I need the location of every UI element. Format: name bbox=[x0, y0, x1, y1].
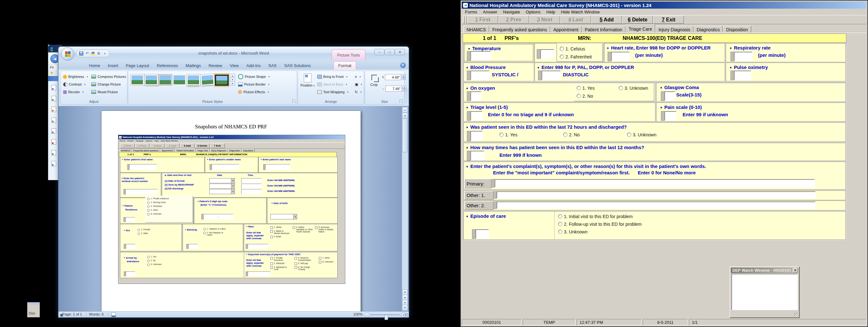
embedded-screenshot[interactable]: ➔ National Hospital Ambulatory Medical C… bbox=[118, 135, 345, 284]
reset-picture-button[interactable]: Reset Picture bbox=[91, 89, 118, 95]
qat-more-icon[interactable]: ▾ bbox=[103, 52, 107, 56]
nav-button[interactable]: 5 Add bbox=[591, 16, 622, 24]
embedded-nav-button[interactable]: 5 Add bbox=[180, 143, 195, 148]
seen-12-input[interactable] bbox=[470, 151, 485, 160]
height-spinner[interactable]: ⇕4.68"▲▼ bbox=[382, 74, 406, 80]
other-complaint-2-input[interactable] bbox=[497, 202, 816, 209]
embedded-menu-item[interactable]: Options bbox=[146, 140, 153, 142]
view-mode-button[interactable]: ▭ bbox=[58, 312, 65, 318]
embedded-tab[interactable]: Appointment bbox=[160, 149, 175, 152]
ribbon-tab[interactable]: References bbox=[153, 62, 182, 70]
nav-button[interactable]: 7 Exit bbox=[653, 16, 684, 24]
paragraph-icon[interactable]: ≣ bbox=[97, 52, 101, 56]
checkbox-option[interactable]: 4. Native Hawaiian or Other Pacific Isla… bbox=[292, 226, 313, 233]
last-name-input[interactable] bbox=[265, 164, 290, 170]
arrival-date-combo[interactable]: ▼ bbox=[209, 178, 235, 183]
ribbon-tab[interactable]: Page Layout bbox=[122, 62, 153, 70]
form-tab[interactable]: Appointment bbox=[550, 26, 582, 33]
close-button[interactable]: ✕ bbox=[395, 49, 405, 55]
dialog-launcher-icon[interactable]: ↘ bbox=[292, 100, 296, 103]
form-tab[interactable]: Disposition bbox=[723, 26, 751, 33]
radio-option[interactable]: 1. Hispanic or Latino bbox=[203, 228, 227, 231]
watch-titlebar[interactable]: DEP Watch Window - 00020101 × bbox=[731, 268, 799, 273]
word-vertical-scrollbar[interactable]: ▭ ▲ ▼ ▲ ● ▼ bbox=[402, 107, 408, 311]
watch-close-button[interactable]: × bbox=[793, 268, 798, 273]
race-input[interactable] bbox=[248, 244, 268, 249]
proofing-status-icon[interactable] bbox=[112, 312, 116, 317]
dep-watch-window[interactable]: DEP Watch Window - 00020101 × bbox=[730, 266, 800, 318]
triage-level-input[interactable] bbox=[470, 111, 483, 121]
toolbar-grip-icon[interactable] bbox=[463, 16, 465, 23]
form-tab[interactable]: Patient Information bbox=[582, 26, 626, 33]
on-oxygen-input[interactable] bbox=[470, 91, 481, 101]
radio-option[interactable]: 2. No bbox=[147, 259, 161, 262]
spelling-icon[interactable]: ab bbox=[91, 52, 95, 55]
watch-resize-grip[interactable] bbox=[794, 313, 798, 316]
tab-format[interactable]: Format bbox=[334, 61, 356, 70]
scrollbar-thumb[interactable] bbox=[402, 118, 407, 152]
group-button[interactable]: ▣ bbox=[355, 81, 362, 88]
menu-item[interactable]: Navigate bbox=[503, 9, 520, 14]
picture-style-thumbnail[interactable] bbox=[130, 73, 144, 86]
checkbox-option[interactable]: 7. Other bbox=[319, 257, 336, 260]
ambulance-input[interactable] bbox=[126, 271, 135, 276]
ie-sidebar-icon[interactable] bbox=[51, 107, 56, 112]
change-picture-button[interactable]: Change Picture bbox=[91, 81, 121, 88]
ie-sidebar-icon[interactable] bbox=[51, 128, 56, 134]
ruler-toggle-button[interactable]: ▭ bbox=[402, 107, 407, 113]
rotate-button[interactable]: ↻ bbox=[355, 89, 362, 95]
ribbon-tab[interactable]: SAS Solutions bbox=[280, 62, 315, 70]
sex-input[interactable] bbox=[126, 244, 135, 249]
zoom-out-button[interactable]: – bbox=[365, 313, 370, 318]
radio-option[interactable]: 3. Unknown bbox=[558, 229, 642, 234]
ie-sidebar-icon[interactable] bbox=[51, 161, 56, 167]
radio-option[interactable]: 3. Unknown bbox=[619, 86, 648, 91]
radio-option[interactable]: 4. Other bbox=[147, 209, 169, 212]
ribbon-tab[interactable]: Insert bbox=[104, 62, 122, 70]
radio-option[interactable]: 2. Male bbox=[137, 232, 150, 235]
bring-to-front-button[interactable]: Bring to Front bbox=[317, 73, 347, 80]
checkbox-option[interactable]: 3. Asian bbox=[270, 235, 290, 238]
picture-border-button[interactable]: Picture Border bbox=[238, 81, 269, 88]
radio-option[interactable]: 2. Nursing home bbox=[147, 201, 169, 204]
compress-pictures-button[interactable]: Compress Pictures bbox=[91, 73, 126, 80]
brightness-button[interactable]: Brightness bbox=[63, 73, 88, 80]
menu-item[interactable]: Hide Watch Window bbox=[561, 9, 600, 14]
embedded-menu-item[interactable]: Answer bbox=[127, 140, 134, 142]
pulse-oximetry-input[interactable] bbox=[734, 70, 751, 80]
picture-style-thumbnail[interactable] bbox=[200, 73, 214, 86]
send-to-back-button[interactable]: Send to Back bbox=[317, 81, 347, 88]
checkbox-option[interactable]: 5. Self-pay bbox=[294, 262, 316, 265]
checkbox-option[interactable]: 1. Private Insurance bbox=[270, 257, 291, 261]
radio-option[interactable]: 5. Unknown bbox=[147, 213, 169, 215]
radio-option[interactable]: 3. Homeless bbox=[147, 205, 169, 208]
menu-item[interactable]: Help bbox=[546, 9, 555, 14]
dob-combo[interactable]: ▼ bbox=[270, 214, 297, 219]
mrn-input[interactable] bbox=[125, 189, 158, 195]
scroll-up-button[interactable]: ▲ bbox=[402, 113, 407, 118]
radio-option[interactable]: 1. Yes bbox=[499, 132, 563, 137]
zip-input[interactable]: - bbox=[203, 214, 233, 219]
undo-icon[interactable]: ↶ bbox=[85, 52, 89, 56]
zoom-slider-thumb[interactable] bbox=[384, 315, 388, 320]
ribbon-tab[interactable]: Review bbox=[205, 62, 226, 70]
seen-time-input[interactable] bbox=[241, 184, 262, 189]
checkbox-option[interactable]: 5. American Indian or Alaska Native bbox=[315, 226, 335, 233]
arrival-time-input[interactable] bbox=[241, 178, 262, 183]
middle-name-input[interactable] bbox=[212, 164, 239, 170]
text-wrapping-button[interactable]: Text Wrapping bbox=[317, 89, 348, 95]
other-complaint-1-input[interactable] bbox=[497, 191, 816, 199]
nav-button[interactable]: 6 Delete bbox=[622, 16, 653, 24]
embedded-nav-button[interactable]: 7 Exit bbox=[210, 143, 225, 148]
pain-scale-input[interactable] bbox=[664, 111, 677, 121]
checkbox-option[interactable]: 2. Black or African American bbox=[270, 230, 290, 234]
contrast-button[interactable]: Contrast bbox=[63, 81, 86, 88]
styles-more[interactable]: ▼ bbox=[230, 82, 235, 86]
ie-sidebar-icon[interactable] bbox=[51, 118, 56, 123]
episode-input[interactable] bbox=[475, 229, 489, 239]
checkbox-option[interactable]: 3. Medicaid or CHIP bbox=[270, 266, 291, 270]
picture-style-thumbnail-selected[interactable] bbox=[214, 73, 229, 87]
width-spinner[interactable]: ⇔7.48"▲▼ bbox=[382, 86, 406, 92]
ribbon-tab[interactable]: SAS bbox=[265, 62, 280, 70]
picture-shape-button[interactable]: Picture Shape bbox=[238, 73, 270, 80]
